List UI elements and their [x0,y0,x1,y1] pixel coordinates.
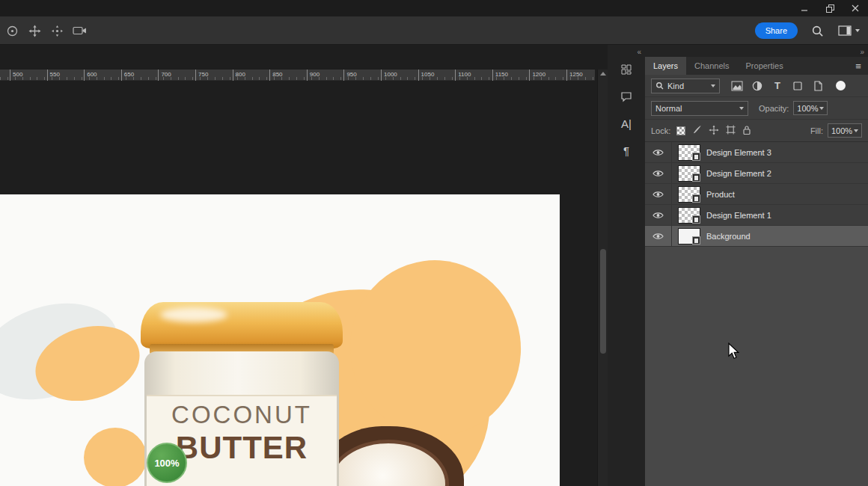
lock-all-icon[interactable] [742,125,751,137]
filter-type-layers-icon[interactable]: T [770,79,785,93]
paragraph-panel-icon[interactable]: ¶ [618,142,635,159]
lock-row: Lock: [645,120,868,142]
layer-row-background[interactable]: Background [645,226,868,247]
filter-adjustment-layers-icon[interactable] [750,79,765,93]
ruler-tick: 1050 [418,70,435,81]
visibility-eye-icon[interactable] [645,163,672,184]
opacity-label: Opacity: [759,104,789,113]
percent-badge: 100% [147,443,187,483]
tab-properties[interactable]: Properties [738,57,792,75]
fill-label: Fill: [810,126,823,135]
scroll-up-arrow-icon[interactable] [600,72,606,76]
toolbar-left-icons [4,16,87,45]
pan-tool-icon[interactable] [49,23,64,38]
canvas-vertical-scrollbar[interactable] [597,70,608,486]
layer-name: Product [706,190,735,199]
lock-artboard-icon[interactable] [726,125,736,136]
layer-thumbnail[interactable] [678,186,700,203]
filter-smart-objects-icon[interactable] [810,79,825,93]
artboard[interactable]: COCONUT BUTTER 100% [0,194,560,486]
libraries-panel-icon[interactable] [618,61,635,78]
share-button[interactable]: Share [755,22,798,39]
panel-menu-icon[interactable]: ≡ [849,57,868,75]
filter-kind-label: Kind [667,81,684,90]
smart-object-badge-icon [692,194,700,203]
visibility-eye-icon[interactable] [645,205,672,226]
right-panel: » Layers Channels Properties ≡ Kind [645,45,868,486]
ruler-tick: 500 [10,70,22,81]
minimize-button[interactable] [792,0,817,16]
ruler-tick: 850 [269,70,282,81]
filter-shape-layers-icon[interactable] [790,79,805,93]
layer-name: Background [706,232,751,241]
ruler-tick: 900 [307,70,320,81]
ruler-tick: 1100 [455,70,471,81]
ruler-tick: 1250 [566,70,583,81]
product-jar: COCONUT BUTTER 100% [0,194,560,486]
blend-row: Normal Opacity: 100% [645,97,868,120]
layer-name: Design Element 3 [706,148,771,157]
blend-mode-dropdown[interactable]: Normal [651,101,748,116]
canvas-area[interactable]: 5005506006507007508008509009501000105011… [0,45,608,486]
collapse-panels-icon[interactable]: « [637,48,641,56]
camera-icon[interactable] [72,23,87,38]
filter-kind-dropdown[interactable]: Kind [651,79,720,93]
layer-name: Design Element 2 [706,169,771,178]
expand-panels-icon[interactable]: » [860,48,864,56]
smart-object-badge-icon [692,173,700,182]
character-panel-icon[interactable]: A| [618,115,635,132]
window-controls [792,0,868,16]
panel-dock: « A| ¶ [608,45,645,486]
search-icon[interactable] [810,23,825,38]
workspace-switcher-icon[interactable] [837,23,861,38]
filter-pixel-layers-icon[interactable] [730,79,745,93]
filter-row: Kind T [645,75,868,97]
layers-panel-body: Kind T [645,75,868,486]
close-button[interactable] [843,0,868,16]
visibility-eye-icon[interactable] [645,142,672,163]
layer-thumbnail[interactable] [678,144,700,161]
filter-type-icons: T [730,79,846,93]
ruler-ticks[interactable]: 5005506006507007508008509009501000105011… [0,70,595,81]
comments-panel-icon[interactable] [618,88,635,105]
layer-row-design-element-3[interactable]: Design Element 3 [645,142,868,163]
fill-value-dropdown[interactable]: 100% [828,123,862,138]
ruler-tick: 650 [121,70,134,81]
layer-thumbnail[interactable] [678,165,700,182]
mouse-cursor-icon [727,342,739,361]
filter-toggle-icon[interactable] [836,81,846,90]
product-title-line1: COCONUT [147,401,337,429]
blend-mode-value: Normal [655,104,682,113]
ruler-tick: 750 [195,70,208,81]
smart-object-badge-icon [692,236,700,244]
move-tool-icon[interactable] [27,23,42,38]
ruler-tick: 1000 [381,70,397,81]
restore-button[interactable] [817,0,843,16]
layer-row-design-element-2[interactable]: Design Element 2 [645,163,868,184]
opacity-value-dropdown[interactable]: 100% [793,101,828,115]
layer-row-design-element-1[interactable]: Design Element 1 [645,205,868,226]
lock-icons [676,125,751,137]
lock-position-icon[interactable] [709,125,719,137]
jar-lid [141,302,343,348]
smart-object-badge-icon [692,153,700,161]
rotate-view-icon[interactable] [4,23,19,38]
visibility-eye-icon[interactable] [645,184,672,205]
tab-channels[interactable]: Channels [686,57,737,75]
layer-thumbnail[interactable] [678,228,700,244]
tab-layers[interactable]: Layers [645,57,686,75]
visibility-eye-icon[interactable] [645,226,672,247]
lock-transparency-icon[interactable] [676,126,685,135]
panel-tab-bar: Layers Channels Properties ≡ [645,57,868,75]
fill-value: 100% [831,126,852,135]
smart-object-badge-icon [692,215,700,224]
layer-row-product[interactable]: Product [645,184,868,205]
scrollbar-thumb[interactable] [600,249,606,354]
lock-label: Lock: [651,126,670,135]
options-bar: Share [0,16,868,45]
lock-pixels-icon[interactable] [692,125,702,136]
ruler-tick: 800 [233,70,245,81]
toolbar-right: Share [755,16,861,45]
layer-thumbnail[interactable] [678,207,700,224]
title-bar [0,0,868,16]
